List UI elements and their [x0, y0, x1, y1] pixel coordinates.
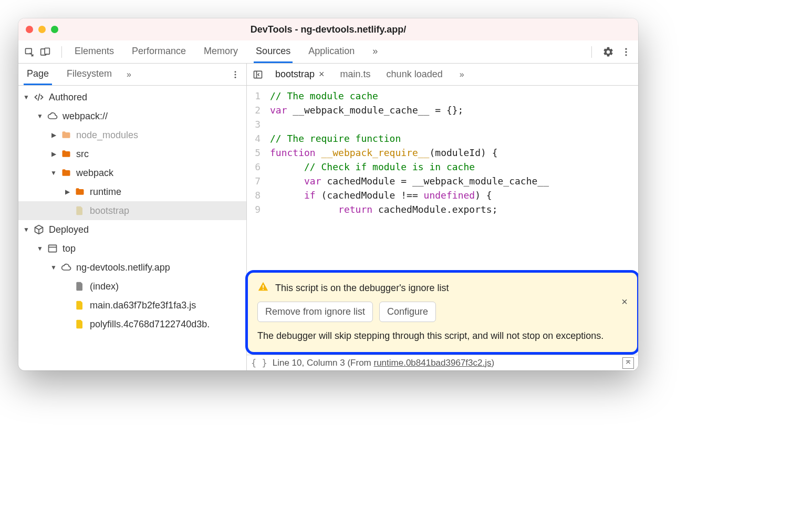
tree-item[interactable]: (index)	[18, 277, 246, 296]
tree-caret-icon[interactable]: ▼	[36, 112, 44, 120]
tab-elements[interactable]: Elements	[72, 42, 116, 63]
tree-caret-icon[interactable]: ▶	[50, 150, 57, 158]
svg-point-3	[625, 48, 627, 49]
tree-item[interactable]: ▼ webpack	[18, 163, 246, 182]
titlebar: DevTools - ng-devtools.netlify.app/	[18, 18, 638, 40]
svg-rect-0	[26, 48, 32, 54]
svg-rect-2	[45, 48, 49, 54]
configure-button[interactable]: Configure	[379, 302, 436, 322]
navigator-tab-filesystem[interactable]: Filesystem	[64, 64, 115, 85]
tree-label: runtime	[90, 187, 121, 198]
tab-performance[interactable]: Performance	[130, 42, 188, 63]
tree-item[interactable]: ▶ node_modules	[18, 126, 246, 144]
tree-item[interactable]: main.da63f7b2fe3f1fa3.js	[18, 296, 246, 315]
devtools-window: DevTools - ng-devtools.netlify.app/ Elem…	[18, 18, 638, 370]
editor-tab-chunk[interactable]: chunk loaded	[381, 64, 448, 85]
banner-description: The debugger will skip stepping through …	[257, 329, 628, 343]
tree-label: (index)	[90, 281, 119, 292]
editor-status-bar: { } Line 10, Column 3 (From runtime.0b84…	[247, 355, 638, 370]
close-tab-icon[interactable]: ×	[319, 69, 325, 80]
editor-tab-label: chunk loaded	[387, 69, 443, 80]
tree-item[interactable]: polyfills.4c768d7122740d3b.	[18, 315, 246, 334]
tree-item[interactable]: ▼ webpack://	[18, 107, 246, 126]
main-toolbar: Elements Performance Memory Sources Appl…	[18, 40, 638, 64]
tree-item[interactable]: ▼ Authored	[18, 88, 246, 107]
tab-memory[interactable]: Memory	[202, 42, 240, 63]
editor-tab-label: bootstrap	[275, 69, 315, 80]
code-icon	[33, 91, 45, 103]
folder-icon	[60, 167, 72, 179]
tab-sources[interactable]: Sources	[254, 42, 293, 63]
tab-more[interactable]: »	[370, 42, 380, 63]
doc-icon	[74, 281, 86, 292]
svg-rect-14	[263, 285, 264, 288]
tree-label: webpack	[76, 168, 113, 179]
toolbar-separator-right	[591, 46, 592, 58]
editor-tab-main[interactable]: main.ts	[335, 64, 376, 85]
source-map-link[interactable]: runtime.0b841bad3967f3c2.js	[373, 358, 491, 368]
tree-caret-icon[interactable]: ▼	[36, 245, 44, 252]
remove-from-ignore-button[interactable]: Remove from ignore list	[257, 302, 373, 322]
tree-caret-icon[interactable]: ▼	[23, 94, 30, 101]
warning-icon	[257, 281, 269, 295]
navigator-menu-icon[interactable]	[230, 69, 241, 80]
window-title: DevTools - ng-devtools.netlify.app/	[251, 24, 406, 35]
tree-item[interactable]: ▼ Deployed	[18, 220, 246, 239]
svg-rect-10	[49, 245, 57, 252]
cloud-icon	[60, 262, 72, 273]
tree-label: ng-devtools.netlify.app	[76, 262, 170, 273]
minimize-window-button[interactable]	[38, 26, 46, 33]
traffic-lights	[26, 26, 58, 33]
editor-tabs: bootstrap × main.ts chunk loaded »	[247, 64, 638, 86]
close-window-button[interactable]	[26, 26, 33, 33]
tree-caret-icon[interactable]: ▼	[50, 169, 57, 177]
toggle-navigator-icon[interactable]	[251, 68, 265, 81]
window-icon	[47, 243, 58, 254]
editor-tabs-more[interactable]: »	[460, 70, 464, 79]
kebab-menu-icon[interactable]	[619, 45, 633, 59]
script-icon	[74, 299, 86, 311]
tree-caret-icon[interactable]: ▶	[64, 188, 71, 195]
maximize-window-button[interactable]	[51, 26, 58, 33]
package-icon	[33, 224, 45, 235]
script-icon	[74, 318, 86, 330]
folder-icon	[74, 186, 86, 198]
tree-caret-icon[interactable]: ▼	[50, 264, 57, 271]
ignore-list-banner: This script is on the debugger's ignore …	[245, 270, 638, 355]
folder-icon	[60, 148, 72, 160]
tree-label: Authored	[49, 92, 87, 103]
cloud-icon	[47, 110, 58, 122]
tree-item[interactable]: ▼ ng-devtools.netlify.app	[18, 258, 246, 277]
tree-item[interactable]: ▶ runtime	[18, 182, 246, 201]
navigator-tab-page[interactable]: Page	[24, 64, 52, 85]
tree-label: node_modules	[76, 130, 138, 141]
navigator-tabs-more[interactable]: »	[127, 70, 131, 79]
tree-item[interactable]: bootstrap	[18, 201, 246, 220]
svg-point-6	[235, 71, 236, 73]
tree-caret-icon[interactable]: ▶	[50, 131, 57, 139]
editor-tab-bootstrap[interactable]: bootstrap ×	[270, 64, 330, 85]
banner-close-icon[interactable]: ×	[621, 296, 628, 308]
collapse-icon[interactable]	[622, 357, 634, 369]
settings-icon[interactable]	[601, 45, 615, 59]
folder-icon	[60, 129, 72, 141]
tree-item[interactable]: ▼ top	[18, 239, 246, 258]
tree-label: bootstrap	[90, 205, 129, 216]
device-mode-icon[interactable]	[39, 46, 51, 58]
toolbar-separator	[61, 46, 62, 58]
svg-point-5	[625, 54, 627, 56]
tree-label: webpack://	[63, 111, 108, 122]
svg-rect-15	[263, 288, 264, 289]
tab-application[interactable]: Application	[306, 42, 357, 63]
file-tree[interactable]: ▼ Authored ▼ webpack:// ▶ node_modules ▶…	[18, 86, 246, 370]
banner-title: This script is on the debugger's ignore …	[275, 283, 449, 294]
tree-caret-icon[interactable]: ▼	[23, 226, 30, 233]
inspect-icon[interactable]	[24, 46, 35, 58]
pretty-print-icon[interactable]: { }	[251, 358, 267, 368]
tree-item[interactable]: ▶ src	[18, 144, 246, 163]
svg-line-9	[38, 94, 39, 100]
svg-point-8	[235, 76, 236, 78]
panel-tabs: Elements Performance Memory Sources Appl…	[72, 42, 380, 63]
file-icon	[74, 205, 86, 216]
navigator-tabs: Page Filesystem »	[18, 64, 246, 86]
